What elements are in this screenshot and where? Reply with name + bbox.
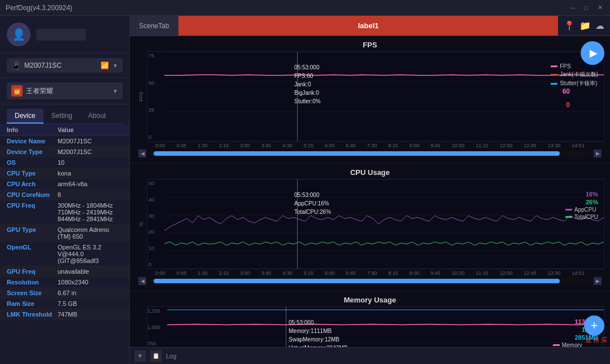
tab-about[interactable]: About — [80, 109, 114, 124]
header-icons: 📍 📁 ☁ — [558, 16, 610, 36]
cpu-title: CPU Usage — [136, 168, 604, 177]
cpu-appcpu-val: 16% — [565, 191, 598, 198]
app-title: PerfDog(v4.3.200924) — [6, 4, 72, 12]
play-button[interactable]: ▶ — [581, 41, 604, 65]
fps-y-75: 75 — [147, 53, 164, 59]
fps-scrollbar[interactable]: ◀ ▶ — [136, 150, 604, 157]
log-export-button[interactable]: 📋 — [150, 350, 162, 362]
info-label: Device Type — [7, 148, 58, 155]
cpu-tooltip-totalcpu: TotalCPU:26% — [294, 208, 331, 216]
info-value: M2007J1SC — [58, 148, 123, 155]
game-dropdown-arrow[interactable]: ▼ — [112, 88, 118, 94]
info-row: Ram Size7.5 GB — [0, 299, 129, 309]
fps-scroll-track[interactable] — [149, 151, 591, 156]
info-header: Info Value — [0, 124, 129, 136]
fps-title: FPS — [136, 41, 604, 49]
log-toggle-button[interactable]: ▼ — [134, 350, 146, 362]
cpu-y-axis-label: % — [138, 222, 144, 226]
location-icon[interactable]: 📍 — [564, 20, 575, 31]
cpu-scroll-track[interactable] — [149, 279, 591, 283]
fps-tooltip-fps: FPS:60 — [294, 72, 321, 80]
memory-chart-svg — [167, 307, 604, 347]
minimize-button[interactable]: ─ — [568, 3, 577, 12]
cloud-icon[interactable]: ☁ — [595, 20, 604, 31]
maximize-button[interactable]: □ — [582, 3, 591, 12]
fps-section: FPS FPS 75 50 25 0 — [130, 36, 610, 164]
cpu-scroll-left[interactable]: ◀ — [138, 277, 146, 285]
folder-icon[interactable]: 📁 — [580, 20, 591, 31]
fps-chart-svg — [164, 52, 604, 141]
info-value: kona — [58, 170, 123, 177]
window-controls: ─ □ ✕ — [568, 3, 604, 12]
game-selector[interactable]: 👑 王者荣耀 ▼ — [0, 78, 129, 104]
memory-tooltip: 05:53:000 Memory:1111MB SwapMemory:12MB … — [289, 318, 347, 347]
info-label: GPU Type — [7, 226, 58, 233]
memory-chart-area: 1,250 1,000 750 500 250 0 — [147, 306, 604, 347]
info-label: LMK Threshold — [7, 311, 58, 318]
cpu-scroll-thumb[interactable] — [154, 279, 560, 283]
info-value: 747MB — [58, 311, 123, 318]
info-value: 10 — [58, 159, 123, 166]
fps-tooltip-stutter: Stutter:0% — [294, 97, 321, 106]
fps-current-value: 60 — [563, 87, 570, 95]
device-selector[interactable]: 📱 M2007J1SC 📶 ▼ — [0, 54, 129, 78]
main-content: SceneTab label1 📍 📁 ☁ ▶ FPS FPS 75 — [130, 16, 610, 364]
cpu-legend-app-label: AppCPU — [574, 207, 596, 213]
scene-header: SceneTab label1 📍 📁 ☁ — [130, 16, 610, 36]
cpu-legend-total: TotalCPU — [565, 214, 598, 220]
info-row: Screen Size6.67 in — [0, 288, 129, 299]
cpu-scrollbar[interactable]: ◀ ▶ — [136, 277, 604, 285]
device-dropdown-arrow[interactable]: ▼ — [112, 63, 118, 69]
cpu-totalcpu-val: 26% — [565, 199, 598, 205]
avatar: 👤 — [7, 23, 30, 46]
info-label: CPU Freq — [7, 202, 58, 209]
cpu-x-axis: 0:00 0:45 1:30 2:15 3:00 3:45 4:30 5:15 … — [136, 269, 604, 276]
tab-device[interactable]: Device — [7, 109, 43, 124]
memory-section: Memory Usage MB 1,250 1,000 750 500 250 … — [130, 291, 610, 347]
add-chart-button[interactable]: + — [584, 315, 604, 336]
fps-y-0: 0 — [147, 134, 164, 140]
fps-scroll-thumb[interactable] — [154, 151, 560, 156]
info-table: Info Value Device NameM2007J1SCDevice Ty… — [0, 124, 129, 320]
device-row[interactable]: 📱 M2007J1SC 📶 ▼ — [7, 58, 123, 73]
close-button[interactable]: ✕ — [595, 3, 604, 12]
cpu-legend: 16% 26% AppCPU TotalCPU — [565, 191, 598, 220]
fps-legend-jank-color — [551, 74, 557, 76]
tab-setting[interactable]: Setting — [43, 109, 80, 124]
cpu-scroll-right[interactable]: ▶ — [594, 277, 602, 285]
log-label: Log — [166, 353, 176, 359]
user-profile: 👤 — [0, 16, 129, 54]
info-label: OS — [7, 159, 58, 166]
info-row: OS10 — [0, 157, 129, 168]
info-value: 6.67 in — [58, 290, 123, 296]
titlebar: PerfDog(v4.3.200924) ─ □ ✕ — [0, 0, 610, 16]
cpu-chart-svg — [164, 179, 604, 269]
info-row: CPU Typekona — [0, 168, 129, 179]
scene-tab-label[interactable]: SceneTab — [130, 16, 178, 36]
info-value: Qualcomm Adreno (TM) 650 — [58, 226, 123, 240]
fps-legend-jank-label: Jank(卡顿次数) — [560, 71, 598, 78]
fps-scroll-right[interactable]: ▶ — [594, 150, 602, 157]
cpu-tooltip: 05:53:000 AppCPU:16% TotalCPU:26% — [294, 191, 331, 216]
game-name: 王者荣耀 — [26, 86, 109, 96]
cpu-legend-total-label: TotalCPU — [574, 214, 598, 220]
fps-y-50: 50 — [147, 80, 164, 86]
info-label: OpenGL — [7, 244, 58, 251]
game-row[interactable]: 👑 王者荣耀 ▼ — [7, 82, 123, 99]
info-value: 1080x2340 — [58, 279, 123, 286]
memory-tooltip-time: 05:53:000 — [289, 318, 347, 327]
sidebar: 👤 📱 M2007J1SC 📶 ▼ 👑 王者荣耀 ▼ Device Settin… — [0, 16, 130, 364]
info-value: 300MHz - 1804MHz 710MHz - 2419MHz 844MHz… — [58, 202, 123, 222]
info-value: 8 — [58, 191, 123, 198]
memory-tooltip-swap: SwapMemory:12MB — [289, 335, 347, 344]
wifi-icon: 📶 — [101, 62, 109, 69]
fps-legend-stutter: Stutter(卡顿率) — [551, 80, 598, 87]
fps-legend-stutter-label: Stutter(卡顿率) — [560, 80, 597, 87]
fps-x-axis: 0:00 0:45 1:30 2:15 3:00 3:45 4:30 5:15 … — [136, 142, 604, 148]
fps-scroll-left[interactable]: ◀ — [138, 150, 146, 157]
memory-title: Memory Usage — [136, 296, 604, 304]
play-icon: ▶ — [590, 47, 598, 59]
device-name: M2007J1SC — [24, 62, 97, 69]
device-icon: 📱 — [11, 61, 21, 70]
info-value: unavailable — [58, 268, 123, 275]
